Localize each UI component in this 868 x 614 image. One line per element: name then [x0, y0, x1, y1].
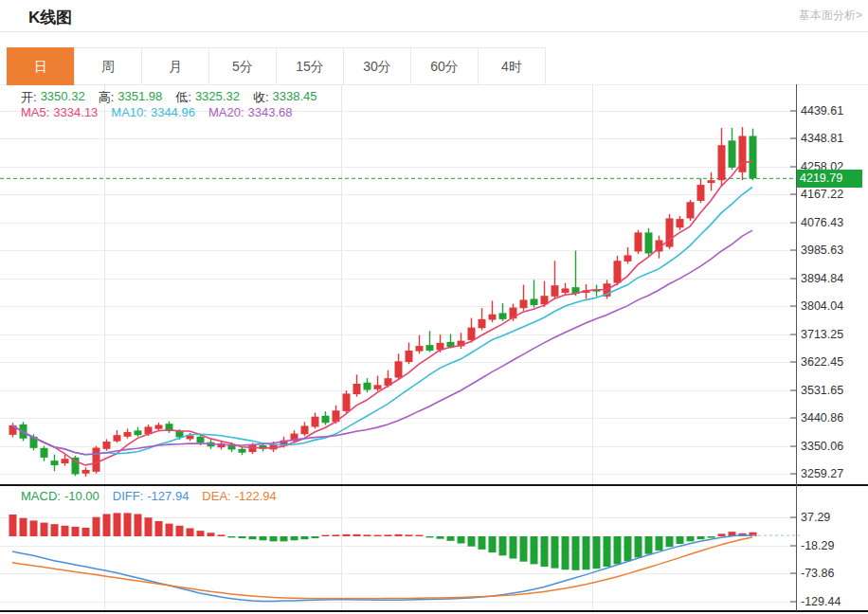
candle-body	[552, 285, 559, 297]
candle-body	[708, 180, 715, 183]
macd-bar	[197, 531, 205, 536]
tab-60分[interactable]: 60分	[410, 47, 479, 85]
open-label: 开:	[21, 89, 37, 106]
macd-bar	[385, 534, 392, 536]
macd-bar	[20, 518, 27, 536]
candle-body	[239, 449, 246, 453]
macd-bar	[624, 536, 632, 561]
macd-bar	[312, 536, 319, 538]
y-axis-label: 3440.86	[801, 411, 843, 424]
y-axis-label: 3985.63	[801, 244, 843, 257]
macd-bar	[218, 534, 226, 536]
macd-bar	[593, 536, 601, 569]
macd-bar	[187, 528, 194, 536]
y-axis-label: 3259.27	[801, 467, 843, 480]
y-axis-label: 3350.06	[801, 440, 843, 453]
diff-label: DIFF:	[113, 489, 144, 503]
candle-body	[301, 425, 309, 434]
candles-layer	[9, 127, 757, 477]
macd-bar	[155, 521, 163, 536]
tab-5分[interactable]: 5分	[208, 47, 277, 85]
close-value: 3338.45	[273, 89, 317, 106]
y-axis-label: 3713.25	[801, 328, 843, 341]
candle-body	[645, 232, 653, 253]
candle-body	[499, 313, 507, 318]
candle-body	[635, 232, 642, 251]
candle-body	[750, 135, 757, 178]
candle-body	[343, 393, 351, 410]
macd-bar	[718, 533, 726, 536]
macd-bar	[531, 536, 538, 564]
candle-body	[322, 416, 330, 423]
y-axis-label: -73.86	[801, 567, 834, 580]
candle-body	[406, 351, 413, 362]
candle-body	[353, 384, 361, 394]
macd-bar	[103, 514, 111, 536]
y-axis-label: 3531.65	[801, 384, 843, 397]
high-label: 高:	[99, 89, 115, 106]
macd-bar	[697, 536, 705, 539]
tab-bar: 日周月5分15分30分60分4时	[8, 47, 546, 85]
macd-bar	[604, 536, 611, 567]
candle-body	[155, 424, 163, 428]
macd-bar	[708, 536, 715, 538]
macd-bar	[489, 536, 497, 552]
macd-bar	[239, 536, 246, 538]
macd-bar	[656, 536, 663, 551]
candle-body	[489, 315, 497, 320]
candle-body	[687, 202, 695, 218]
macd-bar	[301, 536, 309, 539]
macd-bar	[541, 536, 549, 567]
tab-30分[interactable]: 30分	[343, 47, 411, 85]
candle-body	[624, 255, 632, 261]
y-axis-label: -129.44	[801, 595, 841, 608]
y-axis-label: 3622.45	[801, 355, 843, 369]
current-price-tag: 4219.79	[797, 170, 862, 188]
candle-body	[697, 185, 705, 201]
macd-bar	[353, 534, 361, 536]
macd-bar	[9, 515, 17, 536]
macd-bar	[166, 524, 173, 536]
low-value: 3325.32	[195, 89, 240, 106]
macd-bar	[249, 536, 257, 539]
macd-bar	[322, 535, 330, 536]
macd-bar	[416, 535, 424, 536]
macd-bar	[82, 528, 90, 536]
macd-bar	[280, 536, 288, 541]
macd-bar	[426, 536, 434, 537]
macd-bar	[260, 536, 267, 540]
macd-bar	[124, 513, 132, 536]
open-value: 3350.32	[41, 89, 85, 106]
macd-label: MACD:	[21, 489, 61, 503]
macd-value: -10.00	[64, 489, 99, 503]
macd-bar	[437, 536, 444, 539]
candle-body	[479, 319, 486, 328]
ma20-label: MA20:	[208, 105, 244, 119]
y-axis-label: 4167.22	[801, 188, 843, 201]
diff-value: -127.94	[147, 489, 189, 503]
macd-bar	[479, 536, 486, 550]
macd-bar	[458, 536, 465, 543]
tab-15分[interactable]: 15分	[276, 47, 344, 85]
y-axis-label: 3804.04	[801, 299, 843, 313]
macd-bar	[228, 536, 236, 537]
ma20-value: 3343.68	[248, 105, 293, 119]
candle-body	[93, 448, 100, 472]
ma10-value: 3344.96	[151, 105, 195, 119]
tab-4时[interactable]: 4时	[478, 47, 546, 85]
tab-月[interactable]: 月	[141, 47, 209, 85]
tab-日[interactable]: 日	[7, 47, 75, 85]
macd-bar	[291, 536, 298, 540]
macd-bar	[520, 536, 528, 562]
macd-bar	[499, 536, 507, 555]
candle-body	[374, 385, 382, 389]
high-value: 3351.98	[118, 89, 162, 106]
y-axis-label: -18.29	[801, 539, 834, 552]
y-axis-label: 37.29	[801, 511, 830, 524]
tab-周[interactable]: 周	[74, 47, 142, 85]
candle-body	[103, 442, 111, 449]
macd-bar	[270, 536, 278, 541]
macd-header: MACD: -10.00 DIFF: -127.94 DEA: -122.94	[21, 489, 280, 503]
macd-bar	[395, 534, 403, 536]
macd-bar	[145, 517, 153, 536]
